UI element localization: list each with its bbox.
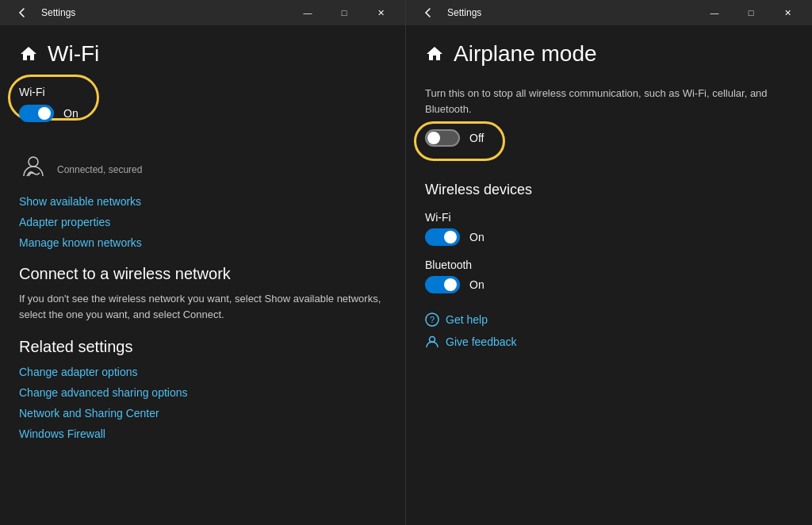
wifi-device-toggle-row: On: [425, 228, 793, 246]
bluetooth-device-toggle-row: On: [425, 276, 793, 293]
title-bar-right: Settings — □ ✕: [406, 0, 812, 25]
airplane-toggle[interactable]: [425, 129, 460, 147]
network-sharing-center-link[interactable]: Network and Sharing Center: [19, 407, 386, 420]
network-info: Connected, secured: [57, 164, 142, 175]
wireless-devices-heading: Wireless devices: [425, 182, 793, 198]
wifi-device-toggle[interactable]: [425, 228, 460, 246]
back-button-right[interactable]: [416, 0, 441, 25]
get-help-row[interactable]: ? Get help: [425, 312, 793, 327]
close-button-left[interactable]: ✕: [362, 0, 399, 25]
page-header-wifi: Wi-Fi: [19, 41, 386, 67]
help-section: ? Get help Give feedback: [425, 312, 793, 349]
give-feedback-link[interactable]: Give feedback: [446, 335, 517, 348]
airplane-toggle-label: Off: [469, 132, 484, 144]
show-available-networks-link[interactable]: Show available networks: [19, 195, 386, 208]
connected-network-icon: [19, 154, 48, 182]
minimize-button-left[interactable]: —: [289, 0, 326, 25]
airplane-toggle-section: Off: [425, 129, 484, 159]
title-bar-left-section: Settings: [10, 0, 75, 25]
maximize-button-left[interactable]: □: [326, 0, 362, 25]
title-bar-left: Settings — □ ✕: [0, 0, 405, 25]
wifi-device-row: Wi-Fi On: [425, 211, 793, 246]
home-icon-right: [425, 44, 444, 63]
airplane-content: Airplane mode Turn this on to stop all w…: [406, 25, 812, 525]
home-icon: [19, 44, 38, 63]
bluetooth-device-label: Bluetooth: [425, 259, 793, 271]
maximize-button-right[interactable]: □: [733, 0, 769, 25]
give-feedback-icon: [425, 335, 439, 349]
bluetooth-device-toggle-label: On: [469, 278, 485, 291]
window-controls-right: — □ ✕: [696, 0, 806, 25]
get-help-icon: ?: [425, 312, 439, 327]
adapter-properties-link[interactable]: Adapter properties: [19, 216, 386, 228]
close-button-right[interactable]: ✕: [769, 0, 806, 25]
network-icon-area: [19, 154, 48, 186]
wifi-content: Wi-Fi Wi-Fi On Connected, secured: [0, 25, 405, 525]
connect-section-heading: Connect to a wireless network: [19, 265, 386, 283]
window-title-left: Settings: [41, 7, 75, 18]
wifi-device-toggle-label: On: [469, 231, 485, 243]
bluetooth-device-row: Bluetooth On: [425, 259, 793, 293]
manage-known-networks-link[interactable]: Manage known networks: [19, 236, 386, 249]
airplane-toggle-row: Off: [425, 129, 484, 147]
airplane-description: Turn this on to stop all wireless commun…: [425, 86, 793, 117]
network-status-row: Connected, secured: [19, 154, 386, 186]
window-title-right: Settings: [447, 7, 481, 18]
minimize-button-right[interactable]: —: [696, 0, 733, 25]
windows-firewall-link[interactable]: Windows Firewall: [19, 427, 386, 440]
wifi-toggle[interactable]: [19, 105, 54, 122]
title-bar-right-section: Settings: [416, 0, 481, 25]
svg-point-0: [29, 157, 38, 167]
wifi-toggle-label: On: [63, 107, 79, 120]
network-status-text: Connected, secured: [57, 164, 142, 175]
wifi-settings-window: Settings — □ ✕ Wi-Fi Wi-Fi On: [0, 0, 406, 525]
window-controls-left: — □ ✕: [289, 0, 399, 25]
airplane-mode-settings-window: Settings — □ ✕ Airplane mode Turn this o…: [406, 0, 812, 525]
related-settings-heading: Related settings: [19, 338, 386, 356]
svg-text:?: ?: [430, 315, 435, 324]
page-header-airplane: Airplane mode: [425, 41, 793, 67]
get-help-link[interactable]: Get help: [446, 313, 488, 326]
give-feedback-row[interactable]: Give feedback: [425, 335, 793, 349]
connect-section-description: If you don't see the wireless network yo…: [19, 291, 386, 322]
back-button-left[interactable]: [10, 0, 35, 25]
wifi-toggle-row: On: [19, 105, 79, 122]
change-sharing-options-link[interactable]: Change advanced sharing options: [19, 386, 386, 399]
wifi-label: Wi-Fi: [19, 86, 79, 98]
bluetooth-device-toggle[interactable]: [425, 276, 460, 293]
page-title-airplane: Airplane mode: [454, 41, 597, 67]
page-title-wifi: Wi-Fi: [48, 41, 99, 67]
wifi-toggle-section: Wi-Fi On: [19, 86, 79, 135]
change-adapter-options-link[interactable]: Change adapter options: [19, 366, 386, 378]
wifi-device-label: Wi-Fi: [425, 211, 793, 224]
